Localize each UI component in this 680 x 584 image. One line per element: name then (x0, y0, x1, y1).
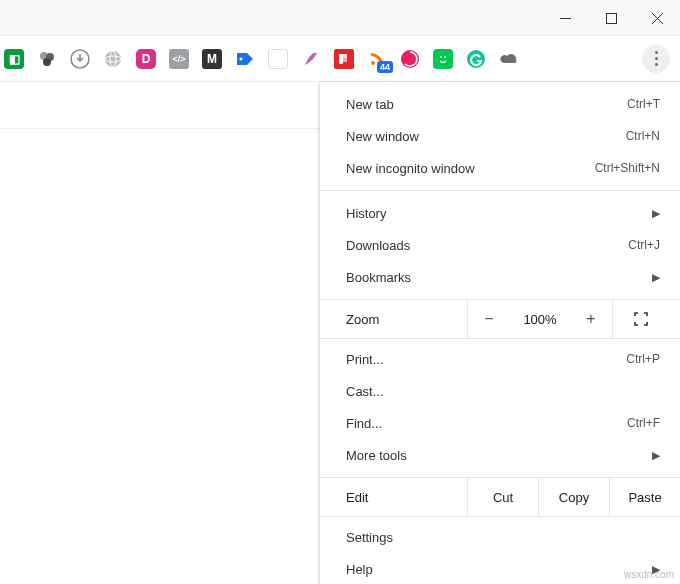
ext-rss-icon[interactable]: 44 (367, 49, 387, 69)
ext-spheres-icon[interactable] (37, 49, 57, 69)
edit-copy-button[interactable]: Copy (539, 478, 610, 516)
menu-cast[interactable]: Cast... (320, 375, 680, 407)
menu-new-window[interactable]: New window Ctrl+N (320, 120, 680, 152)
ext-download-icon[interactable] (70, 49, 90, 69)
svg-point-17 (440, 56, 442, 58)
svg-point-8 (105, 51, 121, 67)
ext-cloud-icon[interactable] (499, 49, 519, 69)
ext-tag-icon[interactable] (235, 49, 255, 69)
zoom-in-button[interactable]: + (570, 300, 612, 338)
more-vert-icon (655, 51, 658, 66)
ext-feather-icon[interactable] (301, 49, 321, 69)
menu-settings[interactable]: Settings (320, 521, 680, 553)
edit-cut-button[interactable]: Cut (468, 478, 539, 516)
ext-d-icon[interactable]: D (136, 49, 156, 69)
main-menu: New tab Ctrl+T New window Ctrl+N New inc… (320, 82, 680, 584)
zoom-label: Zoom (320, 300, 468, 338)
menu-print[interactable]: Print... Ctrl+P (320, 343, 680, 375)
fullscreen-icon (634, 312, 648, 326)
ext-globe-icon[interactable] (103, 49, 123, 69)
menu-separator (320, 190, 680, 191)
fullscreen-button[interactable] (612, 300, 668, 338)
menu-new-incognito[interactable]: New incognito window Ctrl+Shift+N (320, 152, 680, 184)
rss-badge: 44 (377, 61, 393, 73)
ext-m-icon[interactable]: M (202, 49, 222, 69)
ext-flipboard-icon[interactable] (334, 49, 354, 69)
maximize-button[interactable] (588, 0, 634, 36)
svg-rect-12 (339, 54, 343, 64)
chevron-right-icon: ▶ (652, 207, 660, 220)
menu-more-tools[interactable]: More tools ▶ (320, 439, 680, 471)
chevron-right-icon: ▶ (652, 449, 660, 462)
menu-edit-row: Edit Cut Copy Paste (320, 477, 680, 517)
ext-code-icon[interactable]: </> (169, 49, 189, 69)
kebab-menu-button[interactable] (642, 45, 670, 73)
chevron-right-icon: ▶ (652, 271, 660, 284)
svg-point-11 (240, 57, 243, 60)
svg-rect-1 (606, 13, 616, 23)
menu-bookmarks[interactable]: Bookmarks ▶ (320, 261, 680, 293)
ext-spiral-icon[interactable] (400, 49, 420, 69)
ext-idm-icon[interactable]: ◧ (4, 49, 24, 69)
window-titlebar (0, 0, 680, 36)
edit-paste-button[interactable]: Paste (610, 478, 680, 516)
svg-point-15 (371, 61, 375, 65)
ext-smile-icon[interactable] (433, 49, 453, 69)
zoom-value: 100% (510, 312, 570, 327)
minimize-button[interactable] (542, 0, 588, 36)
svg-point-6 (43, 58, 51, 66)
menu-new-tab[interactable]: New tab Ctrl+T (320, 88, 680, 120)
menu-find[interactable]: Find... Ctrl+F (320, 407, 680, 439)
content-divider (0, 128, 360, 129)
menu-downloads[interactable]: Downloads Ctrl+J (320, 229, 680, 261)
svg-point-18 (444, 56, 446, 58)
ext-grammarly-icon[interactable] (466, 49, 486, 69)
zoom-out-button[interactable]: − (468, 300, 510, 338)
ext-blank-icon[interactable] (268, 49, 288, 69)
svg-rect-14 (343, 58, 347, 62)
svg-rect-13 (343, 54, 347, 58)
edit-label: Edit (320, 478, 468, 516)
extensions-toolbar: ◧ D </> M 44 (0, 36, 680, 82)
menu-zoom-row: Zoom − 100% + (320, 299, 680, 339)
watermark: wsxdn.com (624, 569, 674, 580)
close-button[interactable] (634, 0, 680, 36)
menu-history[interactable]: History ▶ (320, 197, 680, 229)
